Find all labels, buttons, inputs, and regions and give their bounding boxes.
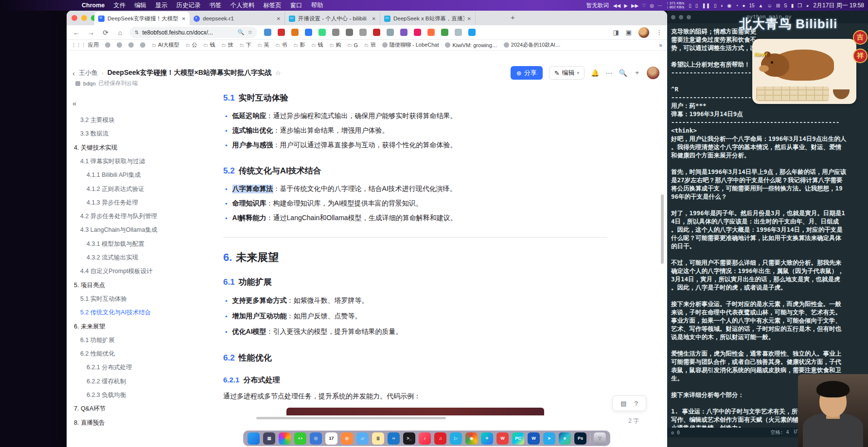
forward-button[interactable]: → <box>86 29 96 36</box>
extension-icon[interactable] <box>468 29 476 36</box>
minimize-window-button[interactable] <box>81 15 87 21</box>
outline-item[interactable]: 4.1.3 异步任务处理 <box>87 197 138 208</box>
user-avatar[interactable] <box>647 67 659 79</box>
status-icon[interactable]: ▯ <box>689 3 691 8</box>
status-icon[interactable]: ◗ <box>721 3 724 8</box>
bookmark-item[interactable]: 🗀AI大模型 <box>152 41 179 49</box>
extensions-puzzle-icon[interactable]: ◨ <box>613 29 619 36</box>
browser-tab[interactable]: 开播设置 - 个人中心 - bilibili✕ <box>285 12 380 25</box>
outline-item[interactable]: 6.2 性能优化 <box>80 348 115 359</box>
status-icon[interactable]: ◕ <box>806 3 809 8</box>
dock-icon-trash[interactable]: ▽ <box>594 432 606 445</box>
extension-icon[interactable] <box>427 29 435 36</box>
bookmark-item[interactable]: 🗀公 <box>185 41 197 49</box>
status-icon[interactable]: ● <box>742 3 745 8</box>
window-controls[interactable] <box>71 15 97 21</box>
doc-search-icon[interactable]: 🔍 <box>619 69 627 77</box>
dock-icon-terminal[interactable]: >_ <box>403 432 415 445</box>
menu-item[interactable]: 显示 <box>155 1 167 10</box>
bookmark-item[interactable]: 🗀钱 <box>311 41 323 49</box>
outline-item[interactable]: 4.1 弹幕实时获取与过滤 <box>80 156 145 167</box>
dock-icon-music[interactable]: ♪ <box>419 432 431 445</box>
outline-item[interactable]: 4.3 LangChain与Ollama集成 <box>80 224 157 235</box>
menu-item[interactable]: 书签 <box>209 1 221 10</box>
bookmark-item[interactable]: 🗀班 <box>364 41 376 49</box>
bookmark-item[interactable]: 🗀影 <box>293 41 305 49</box>
dock-icon-feishu[interactable]: ✈ <box>481 432 493 445</box>
bookmark-item[interactable]: 2024必备的10款AI… <box>504 41 561 49</box>
bookmark-item[interactable]: 🗀下 <box>239 41 251 49</box>
outline-item[interactable]: 4.1.1 Bilibili API集成 <box>87 170 141 180</box>
bookmark-item[interactable]: 🗀G <box>347 42 358 48</box>
dock-icon-folder[interactable]: ▱ <box>356 432 369 445</box>
browser-tab[interactable]: deepseek-r1✕ <box>190 12 285 25</box>
bookmark-item[interactable]: 🗀英 <box>257 41 269 49</box>
status-icon[interactable]: 15 <box>749 3 754 8</box>
extension-icon[interactable] <box>441 29 448 36</box>
bookmark-item[interactable]: 🗀技 <box>221 41 233 49</box>
outline-item[interactable]: 8. 直播预告 <box>74 417 105 428</box>
bookmark-item[interactable] <box>117 42 122 48</box>
extension-icon[interactable] <box>278 29 285 36</box>
collapse-outline-icon[interactable]: « <box>72 99 76 107</box>
create-new-icon[interactable]: ＋ <box>634 69 640 77</box>
outline-item[interactable]: 6.2.3 负载均衡 <box>87 390 126 400</box>
edit-button[interactable]: ✎ 编辑 ▾ <box>549 66 585 80</box>
media-control-icon[interactable]: ♡ <box>642 3 646 8</box>
outline-item[interactable]: 5.1 实时互动体验 <box>80 293 127 304</box>
dock-icon-finder[interactable] <box>248 432 260 445</box>
media-control-icon[interactable]: ▶▶ <box>631 3 638 8</box>
outline-item[interactable]: 5.2 传统文化与AI技术结合 <box>80 307 151 318</box>
dock-icon-chrome[interactable]: ◉ <box>465 432 478 445</box>
outline-item[interactable]: 4.3.2 流式输出实现 <box>87 252 138 263</box>
dock-icon-wps[interactable]: W <box>496 432 509 445</box>
menu-item[interactable]: 编辑 <box>134 1 146 10</box>
doc-back-button[interactable]: ‹ <box>72 69 75 77</box>
home-button[interactable]: ⌂ <box>115 29 125 36</box>
menu-item[interactable]: 窗口 <box>290 1 302 10</box>
reload-button[interactable]: ⟳ <box>101 29 110 36</box>
extension-icon[interactable] <box>291 29 299 36</box>
dock-icon-qq[interactable]: ◎ <box>310 432 322 445</box>
extension-icon[interactable] <box>359 29 367 36</box>
tab-close-icon[interactable]: ✕ <box>372 16 376 21</box>
media-control-icon[interactable]: ⋯ <box>657 3 662 8</box>
back-button[interactable]: ← <box>71 29 81 36</box>
browser-profile-avatar[interactable] <box>638 27 649 38</box>
browser-tab[interactable]: DeepSeek x B站弹幕，直播互✕ <box>380 12 476 25</box>
extension-icon[interactable] <box>305 29 312 36</box>
close-window-button[interactable] <box>671 15 675 19</box>
outline-item[interactable]: 6.2.1 分布式处理 <box>87 362 132 373</box>
dock-icon-vscode[interactable]: ‹› <box>388 432 400 445</box>
workspace-name[interactable]: bdqn <box>83 81 96 86</box>
menu-item[interactable]: 帮助 <box>311 1 323 10</box>
outline-item[interactable]: 4.1.2 正则表达式验证 <box>87 184 144 194</box>
bookmark-item[interactable]: ⋮⋮⋮应用 <box>71 41 99 49</box>
minimize-window-button[interactable] <box>679 15 683 19</box>
dock-icon-notes[interactable]: ≣ <box>372 432 384 445</box>
outline-item[interactable]: 4.4 自定义Prompt模板设计 <box>80 266 153 276</box>
site-settings-icon[interactable]: ⇅ <box>135 30 139 35</box>
status-icon[interactable]: ❒ <box>797 3 802 8</box>
extension-icon[interactable] <box>332 29 339 36</box>
problems-count[interactable]: ⊘ 0 <box>671 430 680 435</box>
dock-icon-calendar[interactable]: 17 <box>325 432 337 445</box>
tab-close-icon[interactable]: ✕ <box>277 16 281 21</box>
comment-icon[interactable]: ▤ <box>620 400 626 407</box>
dock-icon-photoshop[interactable]: Ps <box>574 432 586 445</box>
url-text[interactable]: te8obfsotl.feishu.cn/docx/... <box>142 29 234 36</box>
new-tab-button[interactable]: + <box>511 13 515 21</box>
outline-item[interactable]: 4. 关键技术实现 <box>74 142 117 153</box>
doc-scrollbar[interactable] <box>661 194 664 264</box>
status-icon[interactable]: ☺ <box>767 3 772 8</box>
tab-close-icon[interactable]: ✕ <box>467 16 471 21</box>
dock-icon-pycharm[interactable]: PC <box>512 432 524 445</box>
status-icon[interactable]: ▯ <box>714 3 717 8</box>
extension-icon[interactable] <box>319 29 326 36</box>
help-icon[interactable]: ? <box>635 400 638 407</box>
bookmark-item[interactable] <box>105 42 110 48</box>
browser-tab[interactable]: DeepSeek玄学碰撞！大模型×✕ <box>94 12 190 25</box>
side-panel-icon[interactable]: ▣ <box>626 29 632 36</box>
bookmark-star-icon[interactable]: ☆ <box>248 29 252 35</box>
status-icon[interactable]: ▯ <box>695 3 698 8</box>
